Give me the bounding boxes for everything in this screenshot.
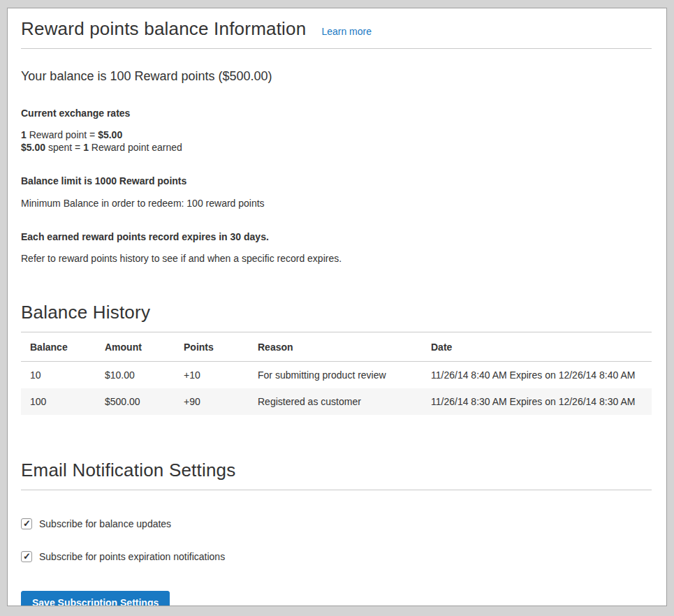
minimum-balance-text: Minimum Balance in order to redeem: 100 …	[21, 197, 652, 210]
exchange-rates-lines: 1 Reward point = $5.00 $5.00 spent = 1 R…	[21, 129, 652, 154]
balance-updates-label[interactable]: Subscribe for balance updates	[39, 518, 171, 529]
email-settings-header: Email Notification Settings	[21, 460, 652, 490]
cell-date: 11/26/14 8:30 AM Expires on 12/26/14 8:3…	[422, 388, 652, 415]
balance-history-table: Balance Amount Points Reason Date 10 $10…	[21, 332, 652, 415]
cell-points: +10	[175, 362, 249, 389]
cell-balance: 100	[21, 388, 96, 415]
column-header-balance: Balance	[21, 332, 96, 362]
save-subscription-settings-button[interactable]: Save Subscription Settings	[21, 591, 170, 606]
cell-balance: 10	[21, 362, 96, 389]
cell-date: 11/26/14 8:40 AM Expires on 12/26/14 8:4…	[422, 362, 652, 389]
rate-points-value: 1	[83, 142, 89, 153]
page-title: Reward points balance Information	[21, 18, 306, 40]
expiration-notifications-option: Subscribe for points expiration notifica…	[21, 551, 652, 562]
cell-points: +90	[175, 388, 249, 415]
column-header-reason: Reason	[249, 332, 422, 362]
rate-money-to-point: $5.00 spent = 1 Reward point earned	[21, 141, 652, 154]
expiration-note: Refer to reward points history to see if…	[21, 252, 652, 265]
column-header-date: Date	[422, 332, 652, 362]
cell-reason: For submitting product review	[249, 362, 422, 389]
exchange-rates-heading: Current exchange rates	[21, 108, 652, 119]
expiration-notifications-checkbox[interactable]	[21, 551, 32, 562]
rate-points-value: 1	[21, 129, 27, 140]
cell-amount: $10.00	[96, 362, 175, 389]
balance-updates-checkbox[interactable]	[21, 518, 32, 529]
table-header-row: Balance Amount Points Reason Date	[21, 332, 652, 362]
table-row: 10 $10.00 +10 For submitting product rev…	[21, 362, 652, 389]
reward-points-panel: Reward points balance Information Learn …	[7, 8, 667, 606]
balance-updates-option: Subscribe for balance updates	[21, 518, 652, 529]
rate-money-value: $5.00	[21, 142, 45, 153]
learn-more-link[interactable]: Learn more	[321, 26, 372, 37]
cell-amount: $500.00	[96, 388, 175, 415]
balance-limit-heading: Balance limit is 1000 Reward points	[21, 175, 652, 186]
expiration-heading: Each earned reward points record expires…	[21, 231, 652, 242]
cell-reason: Registered as customer	[249, 388, 422, 415]
rate-middle-text: spent =	[45, 142, 83, 153]
balance-summary: Your balance is 100 Reward points ($500.…	[21, 69, 652, 84]
email-settings-title: Email Notification Settings	[21, 460, 235, 481]
rate-point-to-money: 1 Reward point = $5.00	[21, 129, 652, 141]
balance-history-title: Balance History	[21, 302, 150, 323]
balance-history-header: Balance History	[21, 302, 652, 332]
rate-tail-text: Reward point earned	[89, 142, 182, 153]
rate-money-value: $5.00	[98, 129, 122, 140]
rate-middle-text: Reward point =	[27, 129, 98, 140]
table-row: 100 $500.00 +90 Registered as customer 1…	[21, 388, 652, 415]
column-header-points: Points	[175, 332, 249, 362]
column-header-amount: Amount	[96, 332, 175, 362]
panel-header: Reward points balance Information Learn …	[21, 8, 652, 49]
expiration-notifications-label[interactable]: Subscribe for points expiration notifica…	[39, 551, 225, 562]
